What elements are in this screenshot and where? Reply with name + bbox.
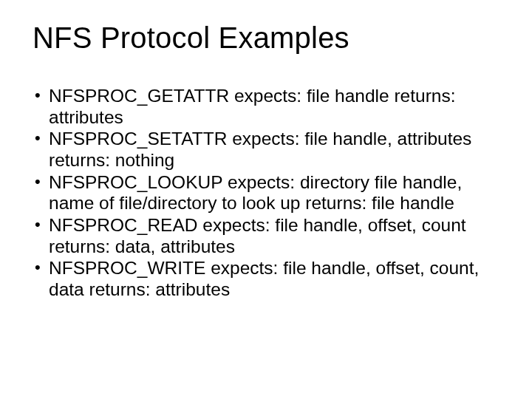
list-item: NFSPROC_GETATTR expects: file handle ret… bbox=[33, 86, 494, 128]
list-item: NFSPROC_WRITE expects: file handle, offs… bbox=[33, 258, 494, 300]
list-item: NFSPROC_READ expects: file handle, offse… bbox=[33, 215, 494, 257]
list-item: NFSPROC_SETATTR expects: file handle, at… bbox=[33, 129, 494, 171]
bullet-list: NFSPROC_GETATTR expects: file handle ret… bbox=[33, 86, 499, 301]
list-item: NFSPROC_LOOKUP expects: directory file h… bbox=[33, 172, 494, 214]
slide-title: NFS Protocol Examples bbox=[33, 21, 499, 55]
slide: NFS Protocol Examples NFSPROC_GETATTR ex… bbox=[0, 0, 532, 399]
